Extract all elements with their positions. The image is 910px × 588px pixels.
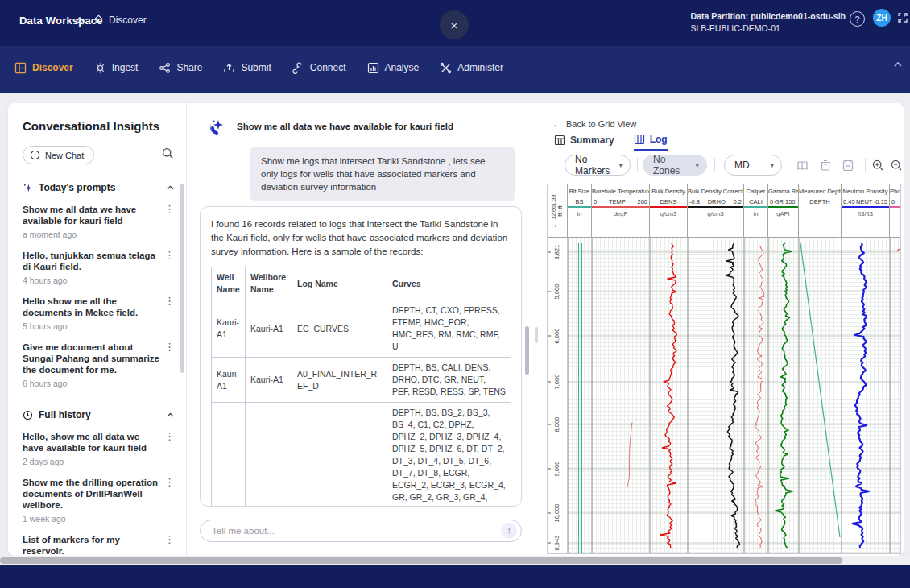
today-prompts-header[interactable]: Today's prompts — [23, 182, 175, 193]
connect-icon — [292, 62, 304, 74]
home-discover-link[interactable]: Discover — [93, 14, 147, 27]
prompt-list-item[interactable]: Give me document about Sungai Pahang and… — [23, 342, 175, 388]
back-to-grid-link[interactable]: ← Back to Grid View — [552, 119, 636, 129]
prompt-time: 6 hours ago — [23, 379, 160, 388]
nav-item-connect[interactable]: Connect — [292, 62, 346, 74]
table-row: DEPTH, BS, BS_2, BS_3, BS_4, C1, C2, DPH… — [212, 403, 511, 507]
track-header-phot[interactable]: Phot0 — [890, 184, 901, 237]
response-intro-text: I found 16 records related to logs that … — [211, 217, 511, 259]
help-icon: ? — [854, 14, 859, 24]
horizontal-scrollbar[interactable] — [0, 556, 910, 565]
track-header-bit-size[interactable]: Bit SizeBSin — [568, 184, 592, 237]
log-tracks-icon — [634, 134, 645, 145]
cell-wellbore — [246, 403, 292, 507]
help-button[interactable]: ? — [850, 11, 865, 27]
footer-bar — [0, 565, 910, 588]
track-header-gamma-ray[interactable]: Gamma Ray0GR 150gAPI — [768, 184, 799, 237]
cell-wellbore: Kauri-A1 — [246, 358, 292, 403]
log-plot-card: 1 : 12,661.33 ft : ft Bit SizeBSinBoreho… — [547, 184, 901, 554]
track-header-bulk-density-correction[interactable]: Bulk Density Correction-0.8DRHO0.2g/cm3 — [688, 184, 744, 237]
well-tops-icon[interactable] — [796, 159, 809, 176]
app-title: Data Workspace — [19, 14, 103, 27]
markers-dropdown[interactable]: No Markers ▾ — [565, 155, 631, 176]
conversational-insights-sidebar: Conversational Insights New Chat Today's… — [8, 103, 187, 556]
chevron-up-icon — [166, 412, 175, 418]
sidebar-scrollbar[interactable] — [180, 184, 184, 373]
new-chat-button[interactable]: New Chat — [23, 146, 94, 164]
nav-item-analyse[interactable]: Analyse — [367, 62, 420, 74]
track-header-caliper[interactable]: CaliperCALIin — [744, 184, 768, 237]
kebab-menu-icon[interactable]: ⋮ — [164, 431, 175, 441]
log-viewer-toolbar: No Markers ▾ No Zones ▾ MD ▾ — [544, 155, 904, 179]
nav-label: Ingest — [112, 62, 139, 73]
share-icon — [159, 62, 171, 74]
track-header-borehole-temperature[interactable]: Borehole Temperature0TEMP200degF — [592, 184, 650, 237]
today-prompts-label: Today's prompts — [39, 182, 115, 193]
chat-scrollbar[interactable] — [525, 326, 529, 375]
cell-log: A0_FINAL_INTER_REF_D — [292, 358, 387, 403]
kebab-menu-icon[interactable]: ⋮ — [164, 342, 175, 352]
nav-item-share[interactable]: Share — [159, 62, 202, 74]
history-list-item[interactable]: Hello, show me all data we have availabl… — [23, 431, 175, 466]
horizontal-scrollbar-thumb[interactable] — [0, 557, 842, 564]
tab-log[interactable]: Log — [634, 134, 668, 151]
log-plot-area[interactable]: 3,8215,0006,0007,0008,0009,00010,0000,94… — [548, 238, 901, 553]
close-overlay-button[interactable]: × — [440, 10, 469, 39]
history-time: 2 days ago — [23, 457, 160, 466]
prompt-list-item[interactable]: Show me all data we have available for k… — [23, 204, 175, 239]
cell-wellbore: Kauri-A1 — [246, 300, 292, 358]
full-history-header[interactable]: Full history — [23, 409, 175, 420]
history-list-item[interactable]: Show me the drilling operation documents… — [23, 477, 175, 524]
collapse-double-chevron-icon[interactable] — [74, 15, 85, 30]
nav-item-submit[interactable]: Submit — [223, 62, 271, 74]
kebab-menu-icon[interactable]: ⋮ — [164, 250, 175, 260]
ai-assistant-icon — [208, 118, 225, 135]
kebab-menu-icon[interactable]: ⋮ — [164, 296, 175, 306]
nav-item-discover[interactable]: Discover — [14, 62, 73, 74]
trash-icon[interactable] — [819, 159, 832, 176]
depth-reference-dropdown[interactable]: MD ▾ — [724, 155, 782, 176]
track-header-measured-depth[interactable]: Measured DepthDEPTH — [799, 184, 842, 237]
caret-down-icon: ▾ — [618, 161, 623, 169]
track-header-bulk-density[interactable]: Bulk DensityDENSg/cm3 — [650, 184, 688, 237]
administer-tools-icon — [440, 62, 452, 74]
kebab-menu-icon[interactable]: ⋮ — [164, 204, 175, 214]
main-content-card: Conversational Insights New Chat Today's… — [8, 103, 904, 556]
home-icon — [93, 14, 104, 27]
zones-dropdown[interactable]: No Zones ▾ — [643, 155, 707, 176]
history-list-item[interactable]: List of markers for my reservoir. 2 week… — [23, 534, 175, 556]
prompt-list-item[interactable]: Hello, tunjukkan semua telaga di Kauri f… — [23, 250, 175, 285]
send-button[interactable]: ↑ — [501, 523, 517, 539]
prompt-title: Give me document about Sungai Pahang and… — [23, 342, 160, 375]
cell-well: Kauri-A1 — [212, 300, 246, 358]
tab-summary-label: Summary — [570, 135, 614, 146]
track-header-neutron-porosity[interactable]: Neutron Porosity0.45NEUT-0.15ft3/ft3 — [842, 184, 890, 237]
save-template-icon[interactable] — [842, 159, 854, 176]
nav-label: Connect — [310, 62, 346, 73]
history-time: 1 week ago — [23, 514, 160, 524]
chat-input[interactable] — [201, 526, 501, 536]
user-avatar[interactable]: ZH — [873, 9, 891, 27]
nav-label: Analyse — [385, 62, 420, 73]
search-icon[interactable] — [161, 147, 175, 164]
prompt-time: 5 hours ago — [23, 321, 160, 331]
prompt-list-item[interactable]: Hello show me all the documents in Mckee… — [23, 296, 175, 331]
fullscreen-button[interactable] — [897, 12, 908, 27]
tab-summary[interactable]: Summary — [554, 134, 614, 151]
discover-grid-icon — [14, 62, 27, 74]
chat-panel: Show me all data we have available for k… — [193, 103, 540, 556]
app-root: Data Workspace Discover × Data Partition… — [0, 0, 910, 588]
zoom-out-icon[interactable] — [890, 159, 904, 176]
nav-collapse-chevron-icon[interactable] — [892, 57, 904, 72]
submit-upload-icon — [223, 62, 235, 74]
cell-curves: DEPTH, BS, BS_2, BS_3, BS_4, C1, C2, DPH… — [387, 403, 511, 507]
response-card-scrollbar[interactable] — [535, 327, 538, 343]
kebab-menu-icon[interactable]: ⋮ — [164, 477, 175, 487]
nav-item-administer[interactable]: Administer — [440, 62, 503, 74]
prompt-title: Hello, tunjukkan semua telaga di Kauri f… — [23, 250, 160, 272]
cell-log: EC_CURVES — [292, 300, 387, 358]
nav-item-ingest[interactable]: Ingest — [94, 62, 139, 74]
zoom-in-icon[interactable] — [871, 159, 885, 176]
data-partition-label: Data Partition: publicdemo01-osdu-slb — [690, 10, 846, 23]
kebab-menu-icon[interactable]: ⋮ — [164, 534, 175, 545]
